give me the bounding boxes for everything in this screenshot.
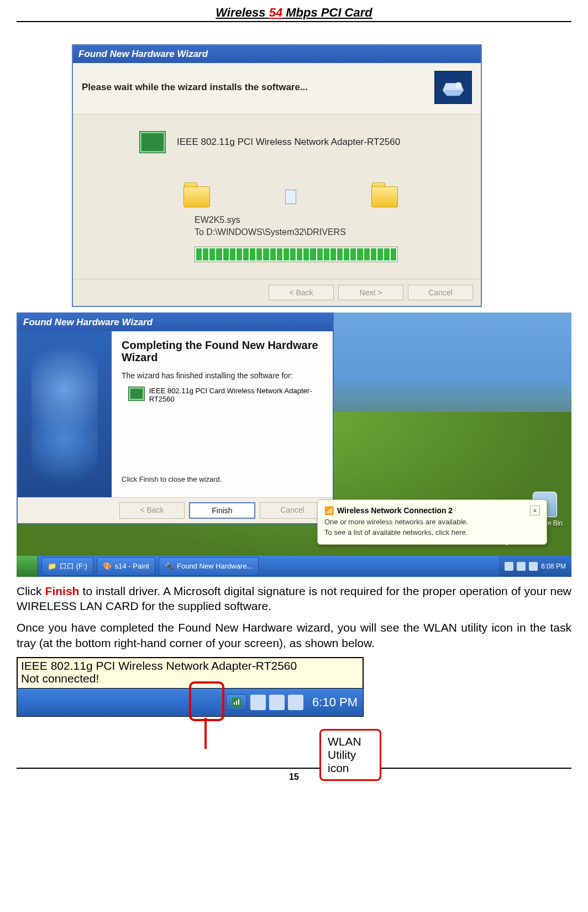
wizard2-message: The wizard has finished installing the s… — [122, 371, 323, 380]
wizard1-dialog: Found New Hardware Wizard Please wait wh… — [72, 44, 482, 307]
tray-icon[interactable] — [517, 562, 526, 571]
wizard2-device-name: IEEE 802.11g PCI Card Wireless Network A… — [149, 387, 323, 403]
red-connector-line — [204, 718, 207, 749]
network-balloon-tip[interactable]: 📶 Wireless Network Connection 2 × One or… — [317, 499, 547, 545]
taskbar-task-3[interactable]: 🔌 Found New Hardware... — [159, 557, 259, 576]
paragraph-finish: Click Finish to install driver. A Micros… — [17, 583, 571, 614]
tray-icon[interactable] — [269, 695, 285, 710]
back-button[interactable]: < Back — [119, 502, 185, 519]
back-button[interactable]: < Back — [269, 285, 334, 300]
paint-icon: 🎨 — [103, 562, 112, 570]
wizard2-heading: Completing the Found New Hardware Wizard — [122, 339, 323, 363]
tray-clock: 6:10 PM — [312, 695, 358, 710]
network-card-icon — [139, 131, 166, 153]
wizard1-device-name: IEEE 802.11g PCI Wireless Network Adapte… — [177, 137, 400, 148]
hardware-icon — [434, 71, 472, 104]
screenshot-tray-callout: IEEE 802.11g PCI Wireless Network Adapte… — [17, 657, 381, 751]
red-highlight-box — [189, 681, 224, 721]
balloon-close-button[interactable]: × — [530, 505, 540, 515]
copy-animation — [183, 186, 398, 207]
wizard1-instruction: Please wait while the wizard installs th… — [82, 82, 423, 93]
start-button[interactable] — [17, 556, 38, 577]
balloon-line2: To see a list of available networks, cli… — [324, 528, 540, 536]
file-flying-icon — [285, 190, 296, 204]
tray-icon[interactable] — [505, 562, 513, 571]
wlan-utility-icon[interactable] — [226, 694, 247, 711]
wizard1-titlebar: Found New Hardware Wizard — [73, 45, 481, 63]
network-card-icon — [128, 387, 145, 401]
wizard1-banner: Please wait while the wizard installs th… — [73, 63, 481, 114]
folder-dest-icon — [371, 186, 398, 207]
wizard1-body: IEEE 802.11g PCI Wireless Network Adapte… — [73, 114, 481, 279]
tray-icon[interactable] — [288, 695, 303, 710]
paragraph-tray-info: Once you have completed the Found New Ha… — [17, 620, 571, 650]
folder-icon: 📁 — [48, 562, 56, 570]
task1-label: 口口 (F:) — [60, 561, 87, 571]
copy-file-name: EW2K5.sys — [195, 214, 459, 226]
folder-source-icon — [183, 186, 210, 207]
tray-icon[interactable] — [250, 695, 266, 710]
header-pre: Wireless — [216, 6, 269, 19]
doc-running-header: Wireless 54 Mbps PCI Card — [17, 6, 571, 22]
system-tray: 6:08 PM — [499, 556, 571, 577]
tray-icon[interactable] — [529, 562, 538, 571]
wizard2-button-row: < Back Finish Cancel — [18, 497, 333, 523]
p1-post: to install driver. A Microsoft digital s… — [17, 585, 571, 612]
next-button[interactable]: Next > — [338, 285, 403, 300]
tray-tooltip-line1: IEEE 802.11g PCI Wireless Network Adapte… — [21, 659, 359, 672]
wizard1-button-row: < Back Next > Cancel — [73, 279, 481, 306]
task3-label: Found New Hardware... — [177, 562, 253, 570]
taskbar-task-2[interactable]: 🎨 s14 - Paint — [97, 557, 155, 576]
wizard2-side-graphic — [18, 331, 112, 497]
screenshot-desktop-finish: Found New Hardware Wizard Completing the… — [17, 312, 571, 577]
taskbar: 📁 口口 (F:) 🎨 s14 - Paint 🔌 Found New Hard… — [17, 556, 571, 577]
page-number: 15 — [17, 768, 571, 782]
finish-button[interactable]: Finish — [189, 502, 255, 519]
wizard2-close-hint: Click Finish to close the wizard. — [122, 475, 323, 483]
tray-clock: 6:08 PM — [541, 562, 566, 570]
taskbar-task-1[interactable]: 📁 口口 (F:) — [41, 557, 93, 576]
header-post: Mbps PCI Card — [282, 6, 372, 19]
windows-desktop: Found New Hardware Wizard Completing the… — [17, 312, 571, 577]
hardware-icon: 🔌 — [165, 562, 174, 570]
balloon-title: Wireless Network Connection 2 — [337, 506, 453, 515]
wizard2-titlebar: Found New Hardware Wizard — [18, 314, 333, 331]
screenshot-install-wizard: Found New Hardware Wizard Please wait wh… — [72, 44, 482, 307]
wizard2-dialog: Found New Hardware Wizard Completing the… — [17, 312, 334, 524]
cancel-button[interactable]: Cancel — [408, 285, 473, 300]
cancel-button[interactable]: Cancel — [260, 502, 325, 519]
p1-pre: Click — [17, 585, 45, 597]
task2-label: s14 - Paint — [115, 562, 149, 570]
p1-red: Finish — [45, 585, 80, 597]
wireless-icon: 📶 — [324, 506, 334, 515]
balloon-line1: One or more wireless networks are availa… — [324, 518, 540, 526]
copy-dest-path: To D:\WINDOWS\System32\DRIVERS — [195, 226, 459, 238]
header-red: 54 — [269, 6, 282, 19]
svg-point-0 — [455, 82, 462, 88]
progress-bar — [195, 247, 398, 262]
callout-label: WLAN Utility icon — [319, 729, 381, 781]
